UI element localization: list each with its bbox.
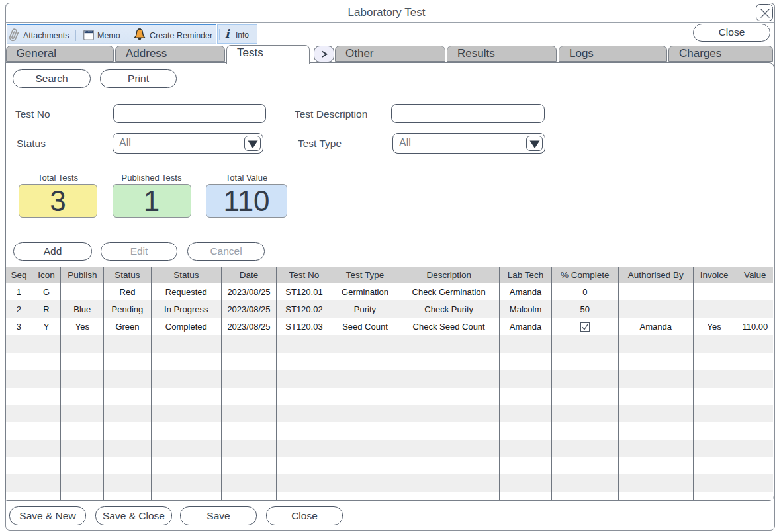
table-header-cell[interactable]: Test No xyxy=(277,267,332,283)
table-cell xyxy=(32,353,62,370)
table-cell xyxy=(222,405,277,422)
edit-button[interactable]: Edit xyxy=(101,242,177,261)
add-button[interactable]: Add xyxy=(13,242,92,261)
table-cell xyxy=(277,353,332,370)
table-header-cell[interactable]: Date xyxy=(222,267,277,283)
info-icon[interactable]: i xyxy=(225,27,229,40)
memo-icon[interactable] xyxy=(83,30,94,40)
table-cell xyxy=(32,405,62,422)
table-cell: Amanda xyxy=(500,283,552,300)
table-cell: 110.00 xyxy=(735,318,773,335)
table-header-cell[interactable]: Test Type xyxy=(332,267,398,283)
table-cell xyxy=(277,440,332,457)
table-header-cell[interactable]: Status xyxy=(104,267,152,283)
table-header-cell[interactable]: % Complete xyxy=(552,267,619,283)
table-header-cell[interactable]: Icon xyxy=(32,267,62,283)
bell-icon[interactable] xyxy=(134,28,146,42)
table-header-cell[interactable]: Authorised By xyxy=(619,267,694,283)
window-close-button[interactable] xyxy=(756,4,773,21)
table-cell xyxy=(619,300,694,318)
print-button[interactable]: Print xyxy=(100,69,177,89)
tab-results[interactable]: Results xyxy=(447,46,557,62)
toolbar-memo[interactable]: Memo xyxy=(97,31,120,40)
table-cell xyxy=(222,335,277,353)
table-header-row: SeqIconPublishStatusStatusDateTest NoTes… xyxy=(6,267,773,284)
complete-checkbox[interactable] xyxy=(580,322,590,332)
table-cell xyxy=(152,492,222,500)
table-cell xyxy=(735,370,773,387)
table-cell xyxy=(104,370,152,387)
tab-scroll-button[interactable] xyxy=(314,46,334,62)
table-header-cell[interactable]: Description xyxy=(398,267,500,283)
close-button-bottom[interactable]: Close xyxy=(266,506,343,525)
table-cell xyxy=(500,335,552,353)
table-cell: ST120.02 xyxy=(277,300,332,318)
table-cell xyxy=(398,370,500,387)
table-cell xyxy=(694,353,736,370)
table-cell xyxy=(694,300,736,318)
table-cell xyxy=(222,474,277,492)
table-cell xyxy=(61,283,104,300)
save-and-new-button[interactable]: Save & New xyxy=(9,506,86,525)
table-cell: Check Purity xyxy=(398,300,500,318)
tab-general[interactable]: General xyxy=(6,46,114,62)
table-cell xyxy=(104,335,152,353)
table-cell: Germination xyxy=(332,283,398,300)
save-button[interactable]: Save xyxy=(180,506,257,525)
table-cell xyxy=(552,370,619,387)
table-cell xyxy=(552,457,619,474)
table-cell: Y xyxy=(32,318,62,335)
table-row xyxy=(6,474,773,492)
table-cell xyxy=(222,353,277,370)
table-header-cell[interactable]: Value xyxy=(735,267,773,283)
table-cell xyxy=(152,405,222,422)
close-button-top[interactable]: Close xyxy=(693,24,770,42)
table-cell xyxy=(104,388,152,405)
test-description-input[interactable] xyxy=(391,104,545,123)
status-dropdown[interactable]: All xyxy=(113,133,263,154)
table-row[interactable]: 1GRedRequested2023/08/25ST120.01Germinat… xyxy=(6,283,773,300)
table-cell xyxy=(61,335,104,353)
table-header-cell[interactable]: Publish xyxy=(61,267,104,283)
table-header-cell[interactable]: Lab Tech xyxy=(500,267,552,283)
table-header-cell[interactable]: Status xyxy=(152,267,222,283)
table-row[interactable]: 3YYesGreenCompleted2023/08/25ST120.03See… xyxy=(6,318,773,335)
toolbar-attachments[interactable]: Attachments xyxy=(23,31,69,40)
table-cell: In Progress xyxy=(152,300,222,318)
toolbar-info-separator xyxy=(219,29,220,40)
search-button[interactable]: Search xyxy=(13,69,91,89)
test-type-dropdown-button[interactable] xyxy=(526,136,543,152)
tab-tests[interactable]: Tests xyxy=(226,45,310,64)
table-cell xyxy=(619,474,694,492)
paperclip-icon[interactable] xyxy=(8,28,20,42)
toolbar-create-reminder[interactable]: Create Reminder xyxy=(150,31,212,40)
table-cell: Check Seed Count xyxy=(398,318,500,335)
table-header-cell[interactable]: Invoice xyxy=(694,267,736,283)
table-cell xyxy=(398,492,500,500)
cancel-button[interactable]: Cancel xyxy=(187,242,265,261)
table-cell xyxy=(222,422,277,439)
table-cell xyxy=(332,405,398,422)
tab-address[interactable]: Address xyxy=(115,46,225,62)
table-cell xyxy=(552,422,619,439)
test-no-input[interactable] xyxy=(113,104,266,123)
table-cell xyxy=(500,370,552,387)
save-and-close-button[interactable]: Save & Close xyxy=(95,506,172,525)
table-cell xyxy=(32,457,62,474)
status-dropdown-button[interactable] xyxy=(244,136,261,152)
tab-logs[interactable]: Logs xyxy=(559,46,667,62)
table-cell xyxy=(32,474,62,492)
table-cell: Amanda xyxy=(619,318,694,335)
table-cell xyxy=(552,318,619,335)
table-row xyxy=(6,370,773,387)
table-header-cell[interactable]: Seq xyxy=(6,267,32,283)
table-row[interactable]: 2RBluePendingIn Progress2023/08/25ST120.… xyxy=(6,300,773,318)
window-title: Laboratory Test xyxy=(5,3,768,22)
test-type-dropdown[interactable]: All xyxy=(392,133,545,154)
table-cell: Purity xyxy=(332,300,398,318)
table-cell: Red xyxy=(104,283,152,300)
tab-other[interactable]: Other xyxy=(335,46,445,62)
toolbar-info[interactable]: Info xyxy=(236,30,249,40)
table-cell xyxy=(398,405,500,422)
tab-charges[interactable]: Charges xyxy=(668,46,773,62)
